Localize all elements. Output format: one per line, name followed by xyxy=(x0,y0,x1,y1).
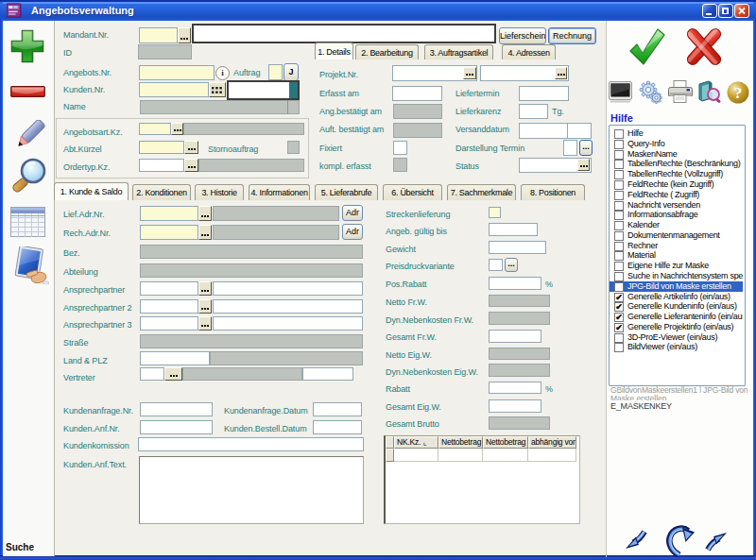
svg-text:?: ? xyxy=(734,84,743,102)
